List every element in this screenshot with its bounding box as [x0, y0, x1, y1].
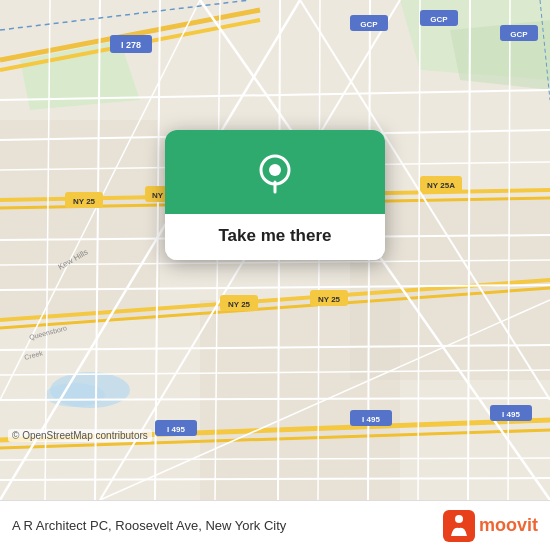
svg-rect-79: [443, 510, 475, 542]
map-attribution: © OpenStreetMap contributors: [8, 429, 152, 442]
svg-text:NY 25: NY 25: [73, 197, 96, 206]
svg-text:NY 25: NY 25: [318, 295, 341, 304]
svg-point-80: [455, 515, 463, 523]
map-container: I 278 GCP GCP GCP NY 25 NY 25A NY 25A NY…: [0, 0, 550, 500]
location-card: Take me there: [165, 130, 385, 260]
svg-text:NY 25: NY 25: [228, 300, 251, 309]
svg-text:I 495: I 495: [362, 415, 380, 424]
svg-text:I 495: I 495: [502, 410, 520, 419]
svg-text:I 278: I 278: [121, 40, 141, 50]
svg-text:NY 25A: NY 25A: [427, 181, 455, 190]
svg-text:GCP: GCP: [510, 30, 528, 39]
moovit-icon: [443, 510, 475, 542]
location-text: A R Architect PC, Roosevelt Ave, New Yor…: [12, 518, 443, 533]
svg-text:I 495: I 495: [167, 425, 185, 434]
svg-text:GCP: GCP: [360, 20, 378, 29]
take-me-there-button[interactable]: Take me there: [165, 214, 385, 260]
card-green-section: [165, 130, 385, 214]
svg-point-77: [269, 164, 281, 176]
svg-text:GCP: GCP: [430, 15, 448, 24]
pin-icon: [253, 152, 297, 196]
moovit-logo[interactable]: moovit: [443, 510, 538, 542]
moovit-text: moovit: [479, 515, 538, 536]
bottom-bar: A R Architect PC, Roosevelt Ave, New Yor…: [0, 500, 550, 550]
